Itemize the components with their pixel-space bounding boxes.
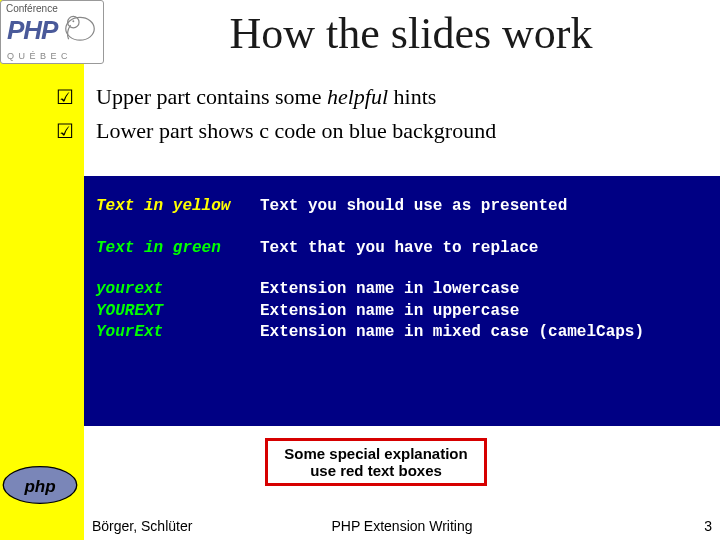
red-explanation-box: Some special explanation use red text bo… (265, 438, 487, 486)
footer-authors: Börger, Schlüter (92, 518, 192, 534)
bullet-item: ☑ Upper part contains some helpful hints (56, 82, 496, 112)
logo-conference-label: Conférence (6, 3, 58, 14)
bullet-text: Upper part contains some helpful hints (96, 82, 436, 112)
code-label-yellow: Text in yellow (96, 196, 260, 218)
code-label-green: YOUREXT (96, 301, 260, 323)
conference-php-quebec-logo: Conférence PHP Q U É B E C (0, 0, 104, 64)
code-panel: Text in yellow Text you should use as pr… (84, 176, 720, 426)
footer-page-number: 3 (704, 518, 712, 534)
bullet-list: ☑ Upper part contains some helpful hints… (56, 82, 496, 149)
code-desc: Extension name in lowercase (260, 279, 708, 301)
php-pill-logo: php (0, 464, 80, 506)
code-label-green: Text in green (96, 238, 260, 260)
logo-quebec-label: Q U É B E C (7, 51, 69, 61)
code-row: Text in green Text that you have to repl… (96, 238, 708, 260)
svg-text:php: php (23, 477, 55, 496)
code-desc: Extension name in mixed case (camelCaps) (260, 322, 708, 344)
code-row: YourExt Extension name in mixed case (ca… (96, 322, 708, 344)
checkbox-icon: ☑ (56, 84, 96, 111)
slide-footer: Börger, Schlüter PHP Extension Writing 3 (92, 518, 712, 534)
code-label-green: yourext (96, 279, 260, 301)
code-desc: Extension name in uppercase (260, 301, 708, 323)
slide-title: How the slides work (106, 8, 716, 59)
code-row: YOUREXT Extension name in uppercase (96, 301, 708, 323)
svg-point-0 (66, 17, 95, 40)
bullet-text: Lower part shows c code on blue backgrou… (96, 116, 496, 146)
code-row: yourext Extension name in lowercase (96, 279, 708, 301)
sidebar-yellow-strip (0, 0, 84, 540)
bullet-item: ☑ Lower part shows c code on blue backgr… (56, 116, 496, 146)
svg-point-2 (72, 20, 74, 22)
redbox-line: use red text boxes (274, 462, 478, 479)
logo-php-text: PHP (7, 15, 57, 46)
redbox-line: Some special explanation (274, 445, 478, 462)
code-desc: Text you should use as presented (260, 196, 708, 218)
code-row: Text in yellow Text you should use as pr… (96, 196, 708, 218)
code-label-green: YourExt (96, 322, 260, 344)
code-desc: Text that you have to replace (260, 238, 708, 260)
checkbox-icon: ☑ (56, 118, 96, 145)
elephant-icon (61, 5, 99, 45)
